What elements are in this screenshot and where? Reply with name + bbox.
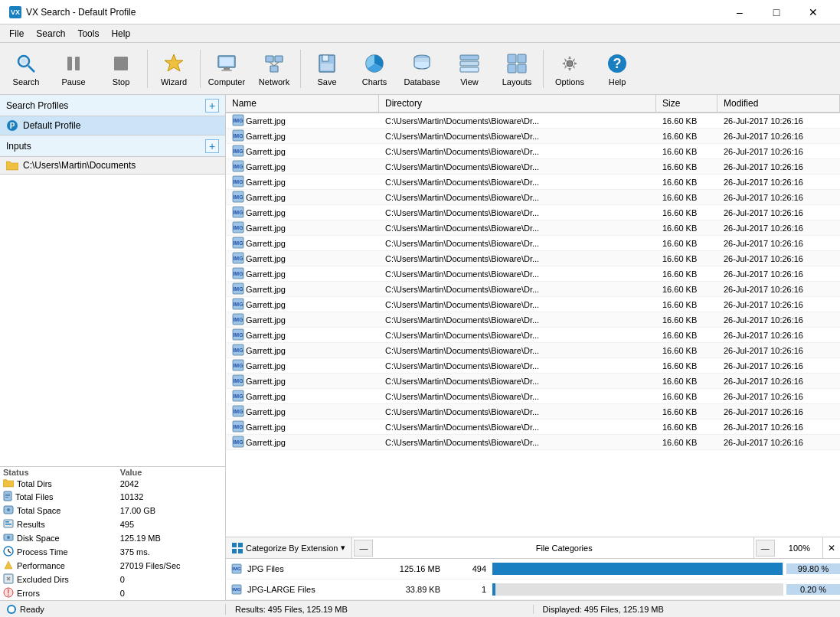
charts-button[interactable]: Charts	[351, 46, 397, 92]
status-row-value: 375 ms.	[117, 545, 225, 559]
minimize-button[interactable]: –	[722, 0, 757, 24]
file-list-row[interactable]: IMG Garrett.jpg C:\Users\Martin\Document…	[226, 113, 840, 129]
svg-rect-24	[508, 54, 516, 63]
close-button[interactable]: ✕	[796, 0, 831, 24]
file-row-icon: IMG	[232, 160, 244, 174]
cat-row-bar-fill	[492, 563, 783, 575]
cat-row-count: 494	[446, 564, 492, 573]
svg-rect-8	[224, 67, 230, 70]
svg-point-2	[21, 58, 27, 64]
file-list-row[interactable]: IMG Garrett.jpg C:\Users\Martin\Document…	[226, 144, 840, 159]
file-list-row[interactable]: IMG Garrett.jpg C:\Users\Martin\Document…	[226, 175, 840, 190]
file-list-row[interactable]: IMG Garrett.jpg C:\Users\Martin\Document…	[226, 297, 840, 312]
categorize-dropdown[interactable]: Categorize By Extension ▾	[226, 537, 352, 558]
profile-icon: P	[6, 119, 18, 132]
stop-button[interactable]: Stop	[98, 46, 144, 92]
save-icon	[315, 51, 339, 76]
file-cell-modified: 26-Jul-2017 10:26:16	[717, 268, 840, 280]
file-list-row[interactable]: IMG Garrett.jpg C:\Users\Martin\Document…	[226, 389, 840, 404]
cat-row-bar-bg	[492, 583, 783, 596]
file-list-row[interactable]: IMG Garrett.jpg C:\Users\Martin\Document…	[226, 435, 840, 450]
input-path-text: C:\Users\Martin\Documents	[23, 160, 136, 171]
file-cell-size: 16.60 KB	[656, 360, 717, 372]
maximize-button[interactable]: □	[759, 0, 794, 24]
toolbar: Search Pause Stop Wizard Computer Networ…	[0, 43, 840, 95]
options-button[interactable]: Options	[547, 46, 593, 92]
categories-close-button[interactable]: ✕	[823, 540, 840, 557]
status-row-value: 17.00 GB	[117, 504, 225, 517]
file-list-row[interactable]: IMG Garrett.jpg C:\Users\Martin\Document…	[226, 312, 840, 328]
cat-row-icon: IMG	[229, 561, 244, 576]
svg-text:IMG: IMG	[233, 210, 244, 215]
menu-bar: File Search Tools Help	[0, 24, 840, 43]
svg-text:IMG: IMG	[233, 271, 244, 276]
file-cell-modified: 26-Jul-2017 10:26:16	[717, 130, 840, 142]
status-table: Status Value Total Dirs 2042 Total Files…	[0, 467, 225, 600]
add-input-button[interactable]: +	[205, 139, 219, 153]
wizard-button[interactable]: Wizard	[151, 46, 197, 92]
layouts-button[interactable]: Layouts	[494, 46, 540, 92]
computer-button[interactable]: Computer	[204, 46, 250, 92]
file-list-row[interactable]: IMG Garrett.jpg C:\Users\Martin\Document…	[226, 358, 840, 374]
status-bar-displayed: Displayed: 495 Files, 125.19 MB	[534, 605, 841, 614]
status-bar-results: Results: 495 Files, 125.19 MB	[226, 605, 534, 614]
file-row-icon: IMG	[232, 405, 244, 419]
svg-line-1	[28, 66, 34, 72]
col-header-name[interactable]: Name	[226, 95, 379, 112]
help-button[interactable]: ? Help	[594, 46, 640, 92]
file-list-row[interactable]: IMG Garrett.jpg C:\Users\Martin\Document…	[226, 220, 840, 236]
status-row-label: Performance	[0, 559, 117, 573]
add-profile-button[interactable]: +	[205, 99, 219, 113]
file-list-row[interactable]: IMG Garrett.jpg C:\Users\Martin\Document…	[226, 343, 840, 358]
menu-file[interactable]: File	[3, 27, 30, 41]
file-list-body[interactable]: IMG Garrett.jpg C:\Users\Martin\Document…	[226, 113, 840, 537]
svg-text:IMG: IMG	[233, 439, 244, 445]
file-list-row[interactable]: IMG Garrett.jpg C:\Users\Martin\Document…	[226, 190, 840, 205]
svg-text:IMG: IMG	[233, 225, 244, 230]
file-cell-size: 16.60 KB	[656, 161, 717, 173]
file-list-row[interactable]: IMG Garrett.jpg C:\Users\Martin\Document…	[226, 404, 840, 419]
category-row[interactable]: IMG JPG Files 125.16 MB 494 99.80 %	[226, 559, 840, 579]
svg-text:IMG: IMG	[233, 332, 244, 338]
file-list-row[interactable]: IMG Garrett.jpg C:\Users\Martin\Document…	[226, 282, 840, 297]
save-button[interactable]: Save	[304, 46, 350, 92]
file-list-row[interactable]: IMG Garrett.jpg C:\Users\Martin\Document…	[226, 374, 840, 389]
cat-minus-btn[interactable]: —	[354, 540, 373, 557]
search-button[interactable]: Search	[3, 46, 49, 92]
file-cell-name: IMG Garrett.jpg	[226, 189, 379, 206]
menu-search[interactable]: Search	[30, 27, 71, 41]
svg-rect-21	[460, 55, 479, 60]
profile-item-default[interactable]: P Default Profile	[0, 116, 225, 135]
svg-rect-34	[5, 494, 10, 495]
file-cell-modified: 26-Jul-2017 10:26:16	[717, 314, 840, 326]
file-list-row[interactable]: IMG Garrett.jpg C:\Users\Martin\Document…	[226, 266, 840, 282]
menu-help[interactable]: Help	[105, 27, 136, 41]
svg-rect-41	[5, 524, 11, 525]
file-cell-name: IMG Garrett.jpg	[226, 342, 379, 359]
file-cell-name: IMG Garrett.jpg	[226, 174, 379, 191]
cat-minus-btn2[interactable]: —	[756, 540, 775, 557]
view-button[interactable]: View	[446, 46, 492, 92]
svg-text:P: P	[10, 122, 15, 130]
file-row-icon: IMG	[232, 359, 244, 373]
file-list-row[interactable]: IMG Garrett.jpg C:\Users\Martin\Document…	[226, 205, 840, 220]
file-list-row[interactable]: IMG Garrett.jpg C:\Users\Martin\Document…	[226, 419, 840, 435]
database-button[interactable]: Database	[399, 46, 445, 92]
network-button[interactable]: Network	[251, 46, 297, 92]
stop-label: Stop	[113, 77, 130, 87]
svg-text:IMG: IMG	[233, 393, 244, 399]
col-header-modified[interactable]: Modified	[717, 95, 840, 112]
file-list-row[interactable]: IMG Garrett.jpg C:\Users\Martin\Document…	[226, 159, 840, 175]
category-row[interactable]: IMG JPG-LARGE Files 33.89 KB 1 0.20 %	[226, 579, 840, 600]
file-list-row[interactable]: IMG Garrett.jpg C:\Users\Martin\Document…	[226, 236, 840, 251]
file-cell-dir: C:\Users\Martin\Documents\Bioware\Dr...	[379, 375, 656, 387]
file-list-row[interactable]: IMG Garrett.jpg C:\Users\Martin\Document…	[226, 328, 840, 343]
menu-tools[interactable]: Tools	[71, 27, 105, 41]
svg-point-28	[567, 60, 573, 67]
file-list-row[interactable]: IMG Garrett.jpg C:\Users\Martin\Document…	[226, 251, 840, 266]
col-header-size[interactable]: Size	[656, 95, 717, 112]
pause-button[interactable]: Pause	[51, 46, 96, 92]
col-header-directory[interactable]: Directory	[379, 95, 656, 112]
file-cell-modified: 26-Jul-2017 10:26:16	[717, 344, 840, 357]
file-list-row[interactable]: IMG Garrett.jpg C:\Users\Martin\Document…	[226, 129, 840, 144]
